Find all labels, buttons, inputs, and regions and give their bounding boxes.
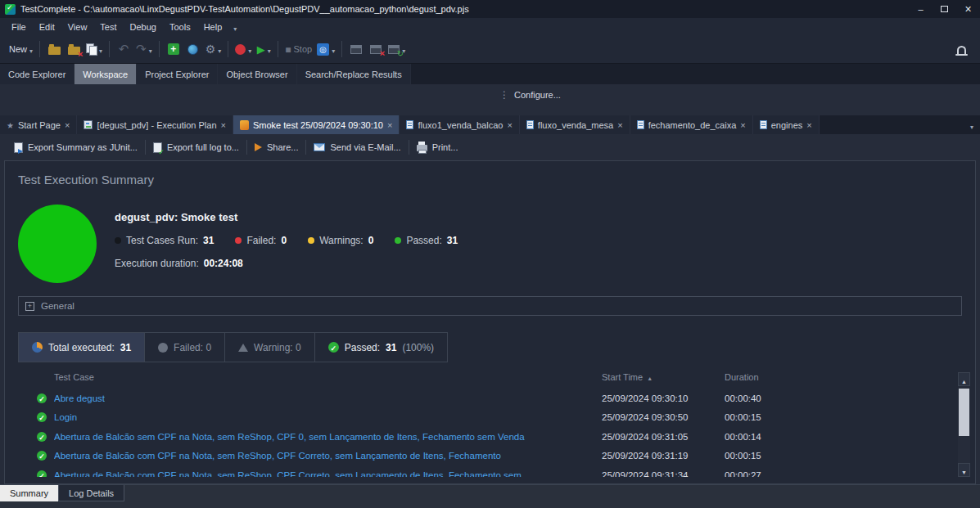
tab-log-details[interactable]: Log Details xyxy=(58,485,124,501)
chevron-down-icon xyxy=(29,42,33,56)
doc-tab-smoke-test-log[interactable]: Smoke test 25/09/2024 09:30:10 xyxy=(233,115,400,134)
configure-button[interactable]: Configure... xyxy=(499,89,561,101)
table-row[interactable]: Abertura de Balcão sem CPF na Nota, sem … xyxy=(16,427,955,447)
filter-warning[interactable]: Warning: 0 xyxy=(225,332,315,362)
minimize-button[interactable] xyxy=(909,0,933,18)
menu-overflow-button[interactable] xyxy=(228,20,242,34)
menu-test[interactable]: Test xyxy=(93,18,123,35)
warning-triangle-icon xyxy=(238,344,248,352)
tab-close-icon[interactable] xyxy=(806,120,811,130)
table-row[interactable]: Login 25/09/2024 09:30:50 00:00:15 xyxy=(16,408,955,428)
close-window-button[interactable] xyxy=(366,38,386,60)
share-button[interactable]: Share... xyxy=(247,137,306,157)
tab-project-explorer[interactable]: Project Explorer xyxy=(137,64,218,84)
menu-view[interactable]: View xyxy=(61,18,94,35)
redo-button[interactable] xyxy=(133,38,155,60)
duration-cell: 00:00:40 xyxy=(725,393,955,403)
undo-button[interactable] xyxy=(114,38,133,60)
table-body: Abre degust 25/09/2024 09:30:10 00:00:40… xyxy=(16,389,955,477)
tab-close-icon[interactable] xyxy=(221,120,226,130)
stat-warnings: Warnings: 0 xyxy=(308,235,373,246)
scrollbar-thumb[interactable] xyxy=(959,389,969,436)
doc-tab-execution-plan[interactable]: [degust_pdv] - Execution Plan xyxy=(77,115,233,134)
summary-info: degust_pdv: Smoke test Test Cases Run: 3… xyxy=(115,205,458,283)
expand-plus-icon xyxy=(25,302,34,311)
tab-summary[interactable]: Summary xyxy=(0,485,58,501)
checkpoint-button[interactable] xyxy=(183,38,203,60)
log-icon xyxy=(240,120,249,130)
table-row[interactable]: Abre degust 25/09/2024 09:30:10 00:00:40 xyxy=(16,389,955,408)
tab-list-dropdown-button[interactable] xyxy=(964,115,980,134)
chevron-down-icon xyxy=(248,42,251,56)
close-file-button[interactable] xyxy=(64,38,84,60)
tab-close-icon[interactable] xyxy=(740,120,745,130)
menu-edit[interactable]: Edit xyxy=(33,18,61,35)
test-case-link[interactable]: Abertura de Balcão com CPF na Nota, sem … xyxy=(54,470,522,477)
tab-close-icon[interactable] xyxy=(617,120,622,130)
test-case-link[interactable]: Abre degust xyxy=(54,393,105,403)
menu-debug[interactable]: Debug xyxy=(124,18,163,35)
column-duration[interactable]: Duration xyxy=(725,372,955,382)
stop-button[interactable]: Stop xyxy=(282,38,314,60)
scroll-down-button[interactable] xyxy=(958,463,970,477)
switch-window-button[interactable] xyxy=(386,38,408,60)
script-icon xyxy=(406,120,413,129)
general-section-header[interactable]: General xyxy=(18,296,962,316)
send-email-button[interactable]: Send via E-Mail... xyxy=(306,137,408,157)
menu-tools[interactable]: Tools xyxy=(163,18,197,35)
doc-tab-start-page[interactable]: Start Page xyxy=(0,115,77,134)
tab-object-browser[interactable]: Object Browser xyxy=(218,64,296,84)
tab-close-icon[interactable] xyxy=(507,120,512,130)
stat-passed: Passed: 31 xyxy=(395,235,458,246)
tab-search-replace-results[interactable]: Search/Replace Results xyxy=(297,64,411,84)
print-button[interactable]: Print... xyxy=(409,137,466,157)
export-full-log-button[interactable]: Export full log to... xyxy=(146,137,246,157)
star-icon xyxy=(7,120,14,130)
scroll-up-button[interactable] xyxy=(958,372,970,386)
total-dot-icon xyxy=(115,237,121,244)
filter-passed[interactable]: Passed: 31 (100%) xyxy=(315,332,448,362)
show-window-button[interactable] xyxy=(346,38,366,60)
menu-file[interactable]: File xyxy=(5,18,33,35)
doc-tab-engines[interactable]: engines xyxy=(753,115,820,134)
tab-close-icon[interactable] xyxy=(65,120,70,130)
doc-tab-fluxo1-venda-balcao[interactable]: fluxo1_venda_balcao xyxy=(400,115,519,134)
doc-tab-fluxo-venda-mesa[interactable]: fluxo_venda_mesa xyxy=(520,115,630,134)
pie-chart-icon xyxy=(32,342,43,353)
record-button[interactable] xyxy=(233,38,254,60)
menu-help[interactable]: Help xyxy=(197,18,229,35)
table-row[interactable]: Abertura de Balcão com CPF na Nota, sem … xyxy=(16,465,955,477)
run-selected-test-button[interactable] xyxy=(314,38,337,60)
maximize-button[interactable] xyxy=(933,0,956,18)
window-close-icon xyxy=(370,45,382,54)
test-case-link[interactable]: Abertura de Balcão sem CPF na Nota, sem … xyxy=(54,432,525,442)
toolbar-separator xyxy=(159,41,160,57)
test-case-link[interactable]: Login xyxy=(54,412,77,422)
test-case-link[interactable]: Abertura de Balcão com CPF na Nota, sem … xyxy=(54,451,501,461)
redo-icon xyxy=(136,42,147,56)
column-start-time[interactable]: Start Time xyxy=(602,372,725,382)
new-button[interactable]: New xyxy=(7,38,35,60)
window-title: TestComplete - C:\automacao\LinxDegustPD… xyxy=(20,4,469,14)
export-junit-button[interactable]: Export Summary as JUnit... xyxy=(7,137,145,157)
gear-icon xyxy=(205,42,216,56)
run-button[interactable] xyxy=(254,38,273,60)
add-new-item-button[interactable] xyxy=(164,38,183,60)
tab-close-icon[interactable] xyxy=(387,120,392,130)
paste-button[interactable] xyxy=(84,38,105,60)
duration-cell: 00:00:27 xyxy=(725,470,955,477)
window-controls xyxy=(909,0,980,18)
table-row[interactable]: Abertura de Balcão com CPF na Nota, sem … xyxy=(16,447,955,466)
options-button[interactable] xyxy=(203,38,224,60)
filter-failed[interactable]: Failed: 0 xyxy=(145,332,225,362)
tab-workspace[interactable]: Workspace xyxy=(75,64,137,84)
open-file-button[interactable] xyxy=(44,38,64,60)
column-test-case[interactable]: Test Case xyxy=(16,372,602,382)
close-button[interactable] xyxy=(956,0,980,18)
doc-tab-fechamento-de-caixa[interactable]: fechamento_de_caixa xyxy=(630,115,753,134)
filter-total-executed[interactable]: Total executed: 31 xyxy=(18,332,145,362)
scrollbar-track[interactable] xyxy=(958,386,970,463)
tab-code-explorer[interactable]: Code Explorer xyxy=(0,64,75,84)
vertical-scrollbar[interactable] xyxy=(958,372,970,477)
notifications-button[interactable] xyxy=(949,44,973,54)
